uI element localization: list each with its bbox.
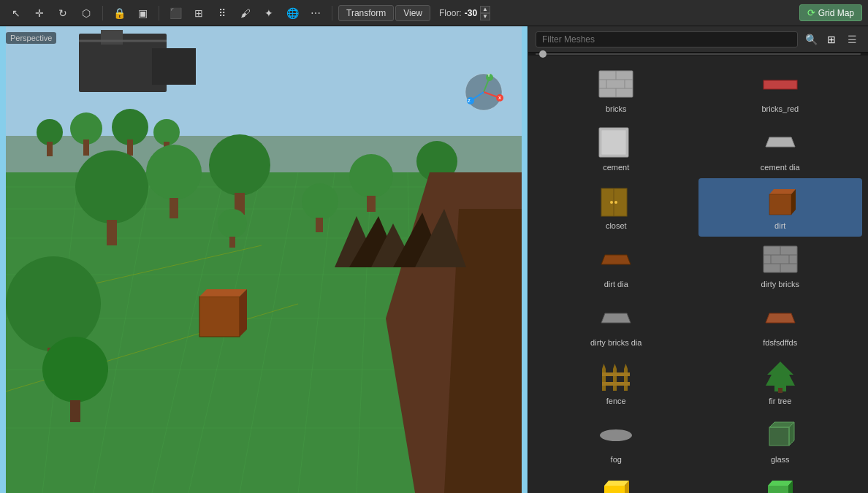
floor-arrows: ▲ ▼ — [480, 6, 490, 20]
cement-thumb — [594, 126, 638, 160]
grid-map-btn[interactable]: ⟳ Grid Map — [799, 4, 862, 21]
mesh-item-fog[interactable]: fog — [534, 412, 698, 470]
slider-track[interactable] — [536, 53, 861, 55]
fir-tree-label: fir tree — [769, 397, 791, 406]
closet-thumb — [594, 184, 638, 218]
mesh-item-green-cube[interactable]: green cube — [698, 470, 863, 493]
mesh-item-yellow-cube[interactable]: yellow cube — [534, 470, 698, 493]
mesh-item-bricks-red[interactable]: bricks_red — [698, 61, 863, 120]
bricks-label: bricks — [606, 104, 627, 114]
svg-rect-80 — [764, 80, 797, 89]
svg-rect-109 — [602, 382, 630, 386]
mesh-item-dirt[interactable]: dirt — [698, 178, 863, 237]
snap-tool-btn[interactable]: ✦ — [259, 3, 279, 23]
paint-tool-btn[interactable]: 🖌 — [235, 3, 256, 23]
dirt-thumb — [758, 183, 802, 218]
svg-point-86 — [610, 201, 613, 204]
panel-header: 🔍 ⊞ ☰ — [528, 26, 868, 53]
viewport-label: Perspective — [6, 32, 56, 44]
svg-rect-52 — [199, 297, 240, 337]
scene-svg — [0, 26, 528, 493]
separator-1 — [102, 6, 103, 20]
lock-tool-btn[interactable]: 🔒 — [109, 3, 129, 23]
yellow-cube-thumb — [594, 476, 638, 493]
svg-rect-29 — [83, 140, 89, 156]
fog-label: fog — [611, 455, 622, 465]
svg-rect-117 — [604, 486, 625, 493]
scale-tool-btn[interactable]: ⬡ — [76, 3, 96, 23]
glass-label: glass — [771, 455, 790, 465]
svg-marker-83 — [766, 137, 795, 147]
globe-tool-btn[interactable]: 🌐 — [282, 3, 302, 23]
svg-rect-51 — [229, 237, 235, 248]
dots-tool-btn[interactable]: ⠿ — [212, 3, 232, 23]
view-btn[interactable]: View — [395, 5, 430, 21]
svg-marker-101 — [766, 313, 795, 323]
mesh-item-cement-dia[interactable]: cement dia — [698, 120, 863, 178]
svg-point-32 — [153, 119, 180, 145]
grid-map-icon: ⟳ — [807, 7, 815, 18]
svg-rect-27 — [47, 142, 53, 156]
fir-tree-thumb — [758, 359, 802, 394]
main-area: Perspective — [0, 26, 868, 493]
slider-thumb[interactable] — [539, 50, 547, 58]
svg-marker-107 — [624, 364, 628, 369]
grid-tool-btn[interactable]: ⊞ — [189, 3, 209, 23]
more-tool-btn[interactable]: ⋯ — [305, 3, 326, 23]
list-view-btn[interactable]: ☰ — [843, 31, 861, 48]
grid-view-btn[interactable]: ⊞ — [823, 31, 840, 48]
svg-rect-37 — [170, 198, 178, 218]
move-tool-btn[interactable]: ✛ — [29, 3, 50, 23]
filter-input[interactable] — [536, 31, 798, 47]
floor-value: -30 — [465, 8, 477, 18]
svg-point-36 — [146, 145, 202, 200]
grid-map-label: Grid Map — [818, 8, 854, 18]
svg-rect-102 — [602, 369, 606, 391]
bricks-red-label: bricks_red — [761, 104, 799, 114]
dirty-bricks-thumb — [758, 242, 802, 277]
mesh-grid: bricks bricks_red cem — [528, 56, 868, 493]
svg-rect-35 — [107, 220, 117, 245]
fog-thumb — [594, 418, 638, 452]
mesh-item-dirt-dia[interactable]: dirt dia — [534, 237, 698, 295]
box-tool-btn[interactable]: ⬛ — [165, 3, 186, 23]
rotate-tool-btn[interactable]: ↻ — [53, 3, 73, 23]
svg-rect-111 — [778, 388, 783, 393]
mesh-item-glass[interactable]: glass — [698, 412, 863, 470]
svg-point-38 — [209, 134, 270, 196]
mesh-item-fir-tree[interactable]: fir tree — [698, 353, 863, 412]
group-tool-btn[interactable]: ▣ — [132, 3, 153, 23]
cement-label: cement — [603, 163, 629, 172]
floor-up-btn[interactable]: ▲ — [480, 6, 490, 13]
svg-rect-89 — [769, 194, 791, 215]
transform-btn[interactable]: Transform — [338, 5, 394, 21]
green-cube-thumb — [758, 476, 802, 493]
mesh-item-bricks[interactable]: bricks — [534, 61, 698, 120]
glass-thumb — [758, 418, 802, 452]
dirt-dia-label: dirt dia — [604, 280, 628, 289]
svg-point-46 — [6, 256, 101, 351]
svg-rect-114 — [769, 427, 789, 446]
search-icon-btn[interactable]: 🔍 — [802, 31, 820, 48]
mesh-item-cement[interactable]: cement — [534, 120, 698, 178]
mesh-item-fence[interactable]: fence — [534, 353, 698, 412]
select-tool-btn[interactable]: ↖ — [6, 3, 26, 23]
separator-3 — [332, 6, 332, 20]
mesh-item-fdsfsdffds[interactable]: fdsfsdffds — [698, 295, 863, 353]
mesh-item-dirty-bricks-dia[interactable]: dirty bricks dia — [534, 295, 698, 353]
svg-marker-88 — [769, 189, 796, 194]
fence-thumb — [594, 359, 638, 394]
mesh-item-dirty-bricks[interactable]: dirty bricks — [698, 237, 863, 295]
mesh-panel: 🔍 ⊞ ☰ — [528, 26, 868, 493]
mesh-item-closet[interactable]: closet — [534, 178, 698, 237]
separator-2 — [159, 6, 159, 20]
svg-text:Y: Y — [487, 73, 490, 77]
viewport[interactable]: Perspective — [0, 26, 528, 493]
svg-rect-24 — [152, 48, 196, 85]
svg-point-87 — [614, 201, 617, 204]
viewport-gizmo: Y X Z — [462, 70, 506, 114]
svg-rect-108 — [602, 372, 630, 376]
floor-down-btn[interactable]: ▼ — [480, 13, 490, 20]
svg-rect-82 — [601, 130, 626, 155]
svg-marker-100 — [601, 313, 631, 323]
